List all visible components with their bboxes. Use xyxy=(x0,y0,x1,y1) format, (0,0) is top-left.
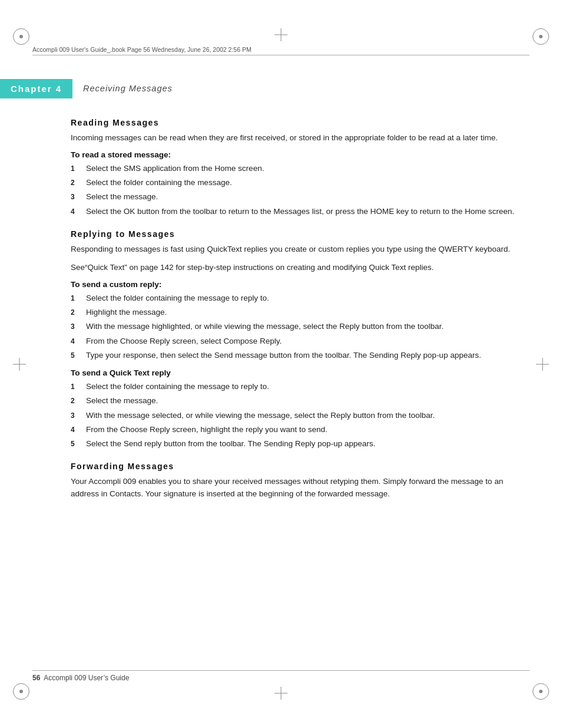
section-replying-messages: Replying to Messages Responding to messa… xyxy=(71,229,521,450)
list-quicktext-reply: 1 Select the folder containing the messa… xyxy=(71,381,521,450)
list-item: 1 Select the SMS application from the Ho… xyxy=(71,163,521,174)
chapter-label: Chapter xyxy=(11,84,52,94)
reg-mark-tr xyxy=(533,28,549,45)
crosshair-bottom xyxy=(275,687,287,700)
footer-book-title: Accompli 009 User’s Guide xyxy=(44,674,129,682)
list-item: 3 With the message highlighted, or while… xyxy=(71,321,521,332)
list-item: 2 Select the message. xyxy=(71,395,521,407)
list-read-stored: 1 Select the SMS application from the Ho… xyxy=(71,163,521,218)
heading-forwarding-messages: Forwarding Messages xyxy=(71,462,521,471)
crosshair-right xyxy=(536,358,549,371)
list-item: 3 With the message selected, or while vi… xyxy=(71,410,521,421)
crosshair-top xyxy=(275,28,287,41)
list-item: 1 Select the folder containing the messa… xyxy=(71,381,521,393)
crosshair-left xyxy=(13,358,26,371)
main-content: Reading Messages Incoming messages can b… xyxy=(71,118,521,512)
body-replying-note: See“Quick Text” on page 142 for step-by-… xyxy=(71,262,521,274)
list-item: 2 Highlight the message. xyxy=(71,307,521,318)
body-reading-messages: Incoming messages can be read when they … xyxy=(71,132,521,144)
list-item: 3 Select the message. xyxy=(71,191,521,203)
page-number: 56 xyxy=(32,674,40,682)
reg-mark-br xyxy=(533,683,549,700)
heading-reading-messages: Reading Messages xyxy=(71,118,521,127)
body-replying-intro: Responding to messages is fast using Qui… xyxy=(71,243,521,256)
list-item: 4 From the Choose Reply screen, select C… xyxy=(71,335,521,347)
list-item: 1 Select the folder containing the messa… xyxy=(71,292,521,304)
reg-mark-tl xyxy=(13,28,29,45)
section-reading-messages: Reading Messages Incoming messages can b… xyxy=(71,118,521,218)
chapter-title: Receiving Messages xyxy=(83,84,173,93)
body-forwarding: Your Accompli 009 enables you to share y… xyxy=(71,476,521,500)
subheading-custom-reply: To send a custom reply: xyxy=(71,280,521,289)
subheading-read-stored: To read a stored message: xyxy=(71,150,521,159)
section-forwarding-messages: Forwarding Messages Your Accompli 009 en… xyxy=(71,462,521,500)
list-item: 5 Select the Send reply button from the … xyxy=(71,438,521,450)
list-item: 5 Type your response, then select the Se… xyxy=(71,350,521,361)
list-item: 2 Select the folder containing the messa… xyxy=(71,177,521,189)
chapter-banner: Chapter 4 Receiving Messages xyxy=(0,77,562,100)
list-item: 4 From the Choose Reply screen, highligh… xyxy=(71,424,521,436)
list-item: 4 Select the OK button from the toolbar … xyxy=(71,206,521,218)
chapter-number: 4 xyxy=(56,84,62,94)
page-footer: 56 Accompli 009 User’s Guide xyxy=(32,670,530,682)
subheading-quicktext-reply: To send a Quick Text reply xyxy=(71,368,521,377)
heading-replying-messages: Replying to Messages xyxy=(71,229,521,239)
header-meta: Accompli 009 User's Guide_.book Page 56 … xyxy=(32,46,530,55)
list-custom-reply: 1 Select the folder containing the messa… xyxy=(71,292,521,361)
chapter-tab: Chapter 4 xyxy=(0,79,72,98)
reg-mark-bl xyxy=(13,683,29,700)
